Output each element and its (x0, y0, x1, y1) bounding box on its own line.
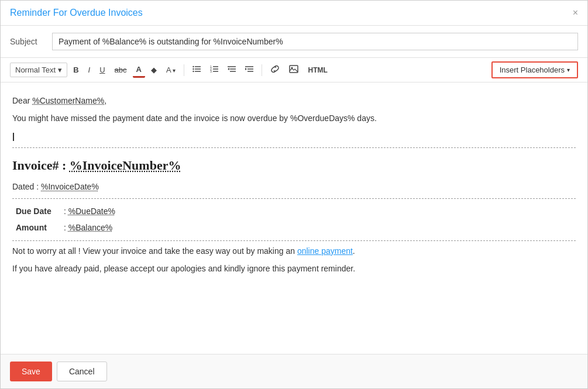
indent-decrease-button[interactable] (224, 63, 239, 77)
normal-text-arrow-icon: ▾ (58, 66, 62, 74)
invoice-date-placeholder: %InvoiceDate% (41, 182, 99, 191)
italic-button[interactable]: I (85, 63, 94, 77)
modal-footer: Save Cancel (1, 354, 587, 388)
font-size-arrow-icon: ▾ (173, 67, 176, 74)
image-button[interactable] (286, 63, 302, 77)
svg-marker-19 (245, 68, 247, 70)
indent-increase-button[interactable] (242, 63, 257, 77)
cursor-line (12, 130, 576, 143)
overdue-text: You might have missed the payment date a… (12, 113, 377, 123)
indent-decrease-icon (228, 66, 236, 73)
underline-button[interactable]: U (96, 63, 108, 77)
overdue-line: You might have missed the payment date a… (12, 112, 576, 125)
link-button[interactable] (267, 63, 283, 77)
editor-body[interactable]: Dear %CustomerName%, You might have miss… (1, 82, 587, 354)
payment-line: Not to worry at all ! View your invoice … (12, 245, 576, 257)
normal-text-dropdown[interactable]: Normal Text ▾ (10, 63, 67, 77)
svg-rect-20 (290, 66, 298, 73)
svg-marker-15 (228, 68, 229, 70)
toolbar-divider-2 (262, 64, 262, 76)
customer-name-placeholder: %CustomerName% (32, 96, 104, 105)
html-button[interactable]: HTML (304, 64, 331, 77)
save-button[interactable]: Save (10, 362, 52, 381)
svg-point-5 (193, 71, 194, 72)
separator-1 (12, 147, 576, 148)
font-color-button[interactable]: A (133, 63, 145, 78)
insert-placeholders-button[interactable]: Insert Placeholders ▾ (491, 61, 578, 78)
toolbar-divider-1 (184, 64, 184, 76)
invoice-heading: Invoice# : %InvoiceNumber% (12, 155, 576, 175)
due-date-label: Due Date (13, 204, 60, 219)
balance-placeholder: %Balance% (68, 223, 113, 232)
close-button[interactable]: × (573, 8, 578, 18)
bold-button[interactable]: B (70, 63, 82, 77)
due-date-row: Due Date : %DueDate% (13, 204, 118, 219)
modal-title: Reminder For Overdue Invoices (10, 8, 143, 18)
separator-2 (12, 198, 576, 199)
font-color-label: A (136, 65, 142, 74)
dated-line: Dated : %InvoiceDate% (12, 180, 576, 193)
amount-value: : %Balance% (61, 220, 118, 235)
font-size-button[interactable]: A ▾ (163, 63, 180, 77)
link-icon (270, 65, 280, 73)
image-icon (289, 65, 298, 73)
online-payment-link[interactable]: online payment (297, 246, 353, 256)
subject-input[interactable] (52, 33, 578, 50)
highlight-button[interactable]: ◆ (147, 63, 160, 77)
modal-container: Reminder For Overdue Invoices × Subject … (0, 0, 588, 389)
due-date-placeholder: %DueDate% (68, 206, 115, 216)
apology-text: If you have already paid, please accept … (12, 264, 355, 273)
amount-row: Amount : %Balance% (13, 220, 118, 235)
separator-3 (12, 240, 576, 241)
greeting-line: Dear %CustomerName%, (12, 94, 576, 107)
editor-toolbar: Normal Text ▾ B I U abc A ◆ A ▾ (1, 58, 587, 82)
payment-text-end: . (353, 246, 355, 256)
payment-text-start: Not to worry at all ! View your invoice … (12, 246, 297, 256)
insert-placeholders-label: Insert Placeholders (500, 66, 565, 74)
unordered-list-icon (192, 66, 201, 73)
invoice-details-table: Due Date : %DueDate% Amount : %Balance% (12, 202, 119, 237)
cancel-button[interactable]: Cancel (57, 362, 107, 381)
subject-row: Subject (1, 26, 587, 58)
svg-text:3.: 3. (210, 70, 212, 73)
indent-increase-icon (245, 66, 253, 73)
ordered-list-icon: 1. 2. 3. (210, 66, 218, 73)
svg-point-3 (193, 66, 194, 67)
svg-point-4 (193, 68, 194, 70)
modal-header: Reminder For Overdue Invoices × (1, 1, 587, 26)
unordered-list-button[interactable] (189, 63, 204, 77)
apology-line: If you have already paid, please accept … (12, 262, 576, 275)
amount-label: Amount (13, 220, 60, 235)
ordered-list-button[interactable]: 1. 2. 3. (207, 63, 222, 77)
text-cursor (13, 133, 14, 141)
invoice-number-heading-placeholder: %InvoiceNumber% (70, 158, 181, 173)
insert-placeholders-arrow-icon: ▾ (567, 67, 570, 73)
strikethrough-button[interactable]: abc (111, 63, 130, 77)
subject-label: Subject (10, 37, 45, 46)
normal-text-label: Normal Text (15, 66, 56, 74)
font-size-label: A (166, 66, 171, 74)
due-date-value: : %DueDate% (61, 204, 118, 219)
modal-title-text: Reminder For Overdue Invoices (10, 8, 143, 18)
